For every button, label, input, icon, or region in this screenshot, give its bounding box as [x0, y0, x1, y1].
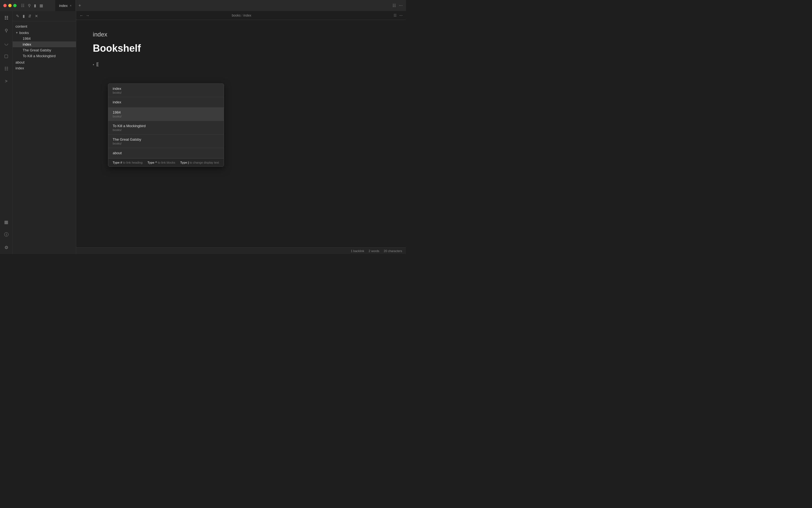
autocomplete-item-2[interactable]: 1984 books/	[108, 108, 224, 121]
editor-bullet-row: •	[93, 62, 389, 67]
sidebar-section-header-books[interactable]: ▼ books	[13, 30, 76, 36]
autocomplete-item-path-4: books/	[113, 142, 219, 145]
titlebar-icons: ☷ ⚲ ▮ ▦	[21, 3, 43, 8]
breadcrumb-path: books / index	[91, 13, 392, 17]
activity-bar-bottom: ▦ ⓘ ⚙	[2, 218, 10, 251]
sidebar-item-about[interactable]: about	[13, 59, 76, 65]
autocomplete-item-title-3: To Kill a Mockingbird	[113, 124, 219, 128]
app-body: ☷ ⚲ ◡ ▢ ☷ > ▦ ⓘ ⚙ ✎ ▮ ⇵ ✕ content ▼ book…	[0, 11, 406, 254]
bullet-dot: •	[93, 62, 94, 67]
sort-icon[interactable]: ⇵	[28, 13, 32, 19]
sidebar-item-great-gatsby[interactable]: The Great Gatsby	[13, 47, 76, 53]
autocomplete-item-title-0: index	[113, 86, 219, 91]
sidebar-content: content ▼ books 1984 index The Great Gat…	[13, 21, 76, 254]
activity-files-icon[interactable]: ☷	[2, 14, 10, 22]
sidebar-item-1984[interactable]: 1984	[13, 36, 76, 41]
autocomplete-item-5[interactable]: about	[108, 148, 224, 158]
bullet-input[interactable]	[96, 62, 145, 66]
sidebar-item-index[interactable]: index	[13, 41, 76, 47]
autocomplete-item-title-5: about	[113, 151, 219, 155]
activity-graph-icon[interactable]: ◡	[2, 39, 10, 47]
bookmark-icon[interactable]: ▮	[34, 3, 36, 8]
editor-subtitle: index	[93, 31, 389, 38]
sidebar-item-mockingbird[interactable]: To Kill a Mockingbird	[13, 53, 76, 59]
autocomplete-item-path-3: books/	[113, 128, 219, 132]
footer-hint-1: Type # to link heading	[113, 161, 143, 164]
sidebar-section-books: ▼ books 1984 index The Great Gatsby To K…	[13, 29, 76, 59]
char-count: 20 characters	[384, 249, 402, 253]
autocomplete-item-title-4: The Great Gatsby	[113, 137, 219, 141]
autocomplete-item-1[interactable]: index	[108, 97, 224, 108]
tab-close-icon[interactable]: ×	[70, 4, 71, 7]
breadcrumb-segment1[interactable]: books	[232, 13, 241, 17]
traffic-lights	[3, 4, 16, 7]
tab-label: index	[59, 4, 68, 8]
autocomplete-dropdown: index books/ index 1984 books/ To Kill a…	[108, 83, 224, 167]
tab-index[interactable]: index ×	[55, 0, 76, 11]
sidebar-item-label: 1984	[22, 37, 31, 41]
chevron-down-icon: ▼	[15, 31, 18, 34]
autocomplete-item-4[interactable]: The Great Gatsby books/	[108, 135, 224, 148]
activity-search-icon[interactable]: ⚲	[2, 27, 10, 34]
sidebar-toolbar: ✎ ▮ ⇵ ✕	[13, 11, 76, 21]
activity-settings-icon[interactable]: ⚙	[2, 244, 10, 251]
files-icon[interactable]: ☷	[21, 3, 25, 8]
activity-pages-icon[interactable]: ☷	[2, 65, 10, 73]
autocomplete-item-title-1: index	[113, 100, 219, 104]
activity-bar: ☷ ⚲ ◡ ▢ ☷ > ▦ ⓘ ⚙	[0, 11, 13, 254]
sidebar-item-label: To Kill a Mockingbird	[22, 54, 55, 58]
sidebar-item-label: The Great Gatsby	[22, 48, 51, 52]
status-bar: 1 backlink 2 words 20 characters	[76, 247, 406, 254]
reading-mode-icon[interactable]: ☷	[393, 13, 397, 17]
editor-title: Bookshelf	[93, 43, 389, 54]
titlebar-right: ☷ ⋯	[392, 3, 403, 8]
sidebar-item-label: index	[22, 42, 31, 46]
search-icon[interactable]: ⚲	[28, 3, 31, 8]
backlink-count[interactable]: 1 backlink	[351, 249, 364, 253]
layout-icon[interactable]: ▦	[40, 3, 43, 8]
activity-help2-icon[interactable]: ▦	[2, 218, 10, 226]
editor-main[interactable]: index Bookshelf • index books/ index 198…	[76, 20, 406, 247]
word-count: 2 words	[369, 249, 380, 253]
more-options-icon[interactable]: ⋯	[399, 3, 403, 8]
tabs-area: index × +	[55, 0, 84, 11]
footer-hint-3: Type | to change display text	[180, 161, 219, 164]
new-folder-icon[interactable]: ▮	[22, 13, 26, 19]
close-button[interactable]	[3, 4, 7, 7]
sidebar: ✎ ▮ ⇵ ✕ content ▼ books 1984 index The G…	[13, 11, 76, 254]
autocomplete-item-0[interactable]: index books/	[108, 84, 224, 97]
editor-area: ← → books / index ☷ ⋯ index Bookshelf •	[76, 11, 406, 254]
tab-add-button[interactable]: +	[76, 3, 84, 8]
titlebar: ☷ ⚲ ▮ ▦ index × + ☷ ⋯	[0, 0, 406, 11]
breadcrumb-nav: ← →	[76, 13, 90, 18]
activity-calendar-icon[interactable]: ▢	[2, 52, 10, 60]
autocomplete-item-title-2: 1984	[113, 110, 219, 115]
autocomplete-item-path-2: books/	[113, 115, 219, 118]
activity-terminal-icon[interactable]: >	[2, 77, 10, 85]
breadcrumb-bar: ← → books / index ☷ ⋯	[76, 11, 406, 20]
new-note-icon[interactable]: ✎	[15, 13, 20, 19]
activity-help-icon[interactable]: ⓘ	[2, 231, 10, 239]
maximize-button[interactable]	[13, 4, 16, 7]
autocomplete-item-3[interactable]: To Kill a Mockingbird books/	[108, 121, 224, 135]
more-icon[interactable]: ⋯	[399, 13, 403, 17]
back-button[interactable]: ←	[80, 13, 83, 18]
sidebar-root-content[interactable]: content	[13, 24, 76, 29]
editor-toolbar-right: ☷ ⋯	[393, 13, 406, 17]
forward-button[interactable]: →	[86, 13, 90, 18]
breadcrumb-segment2[interactable]: index	[243, 13, 251, 17]
layout-toggle-icon[interactable]: ☷	[392, 3, 396, 8]
minimize-button[interactable]	[8, 4, 12, 7]
footer-hint-2: Type ^ to link blocks	[147, 161, 175, 164]
sidebar-item-index[interactable]: index	[13, 65, 76, 71]
close-sidebar-icon[interactable]: ✕	[34, 13, 39, 19]
autocomplete-item-path-0: books/	[113, 91, 219, 94]
sidebar-section-label-books: books	[19, 31, 29, 35]
autocomplete-footer: Type # to link heading Type ^ to link bl…	[108, 158, 224, 166]
